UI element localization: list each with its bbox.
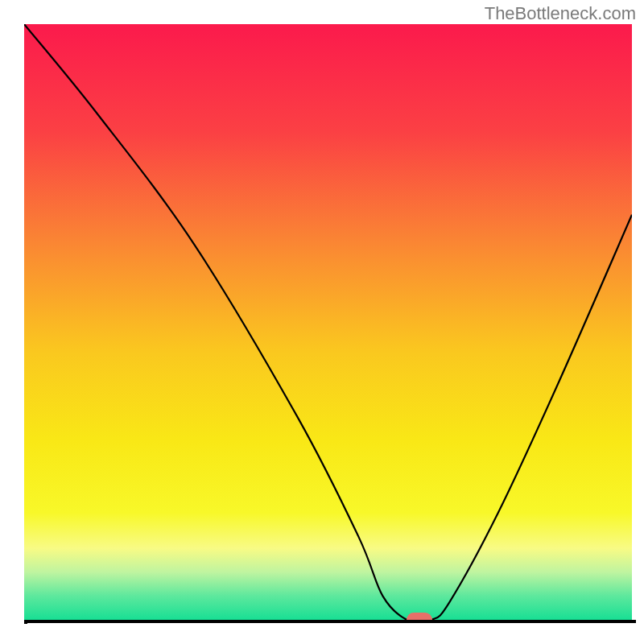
x-axis [24, 620, 636, 623]
optimal-marker [407, 613, 432, 620]
attribution-text: TheBottleneck.com [485, 3, 636, 24]
chart-plot-area [24, 24, 632, 620]
bottleneck-curve [24, 24, 632, 620]
